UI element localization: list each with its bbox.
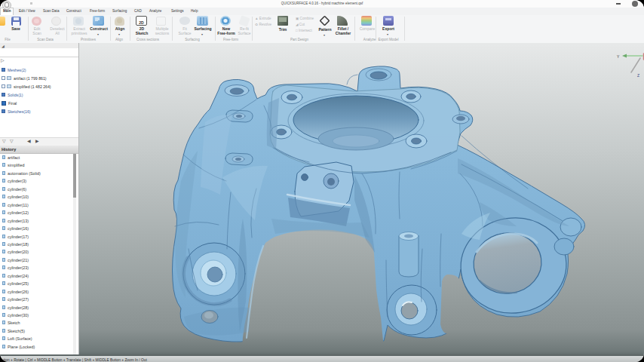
svg-text:Z: Z: [637, 73, 639, 78]
svg-text:Y: Y: [617, 54, 620, 59]
